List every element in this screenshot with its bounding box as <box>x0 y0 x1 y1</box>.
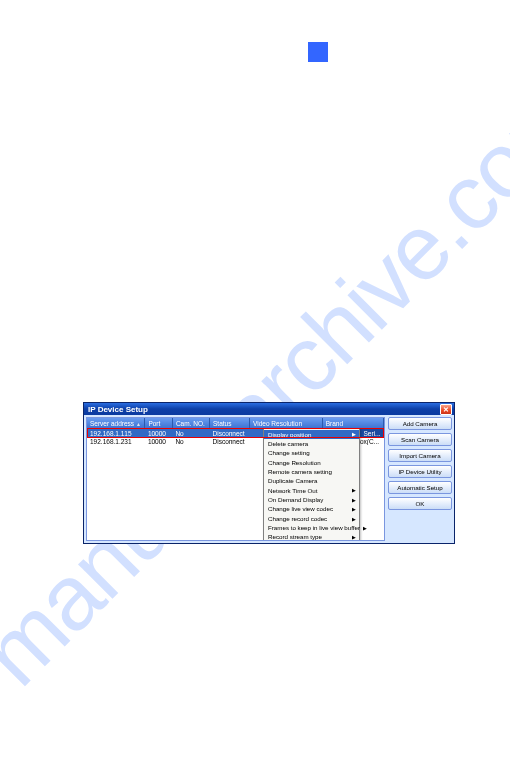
menu-item-delete-camera[interactable]: Delete camera <box>264 439 359 448</box>
menu-item-label: Change setting <box>268 449 356 457</box>
cell-status: Disconnect <box>210 429 250 437</box>
menu-item-label: Display position <box>268 431 349 439</box>
menu-item-change-record-codec[interactable]: Change record codec ▶ <box>264 514 359 523</box>
submenu-arrow-icon: ▶ <box>352 534 356 541</box>
menu-item-frames-buffer[interactable]: Frames to keep in live view buffer ▶ <box>264 524 359 533</box>
col-header-server[interactable]: Server address▲ <box>87 418 145 429</box>
menu-item-network-timeout[interactable]: Network Time Out ▶ <box>264 486 359 495</box>
menu-item-label: Delete camera <box>268 440 356 448</box>
titlebar[interactable]: IP Device Setup ✕ <box>84 403 454 415</box>
context-menu: Display position ▶ Delete camera Change … <box>263 428 360 541</box>
close-button[interactable]: ✕ <box>440 404 452 415</box>
cell-server: 192.168.1.115 <box>87 429 145 437</box>
menu-item-display-position[interactable]: Display position ▶ <box>264 430 359 439</box>
menu-item-label: Network Time Out <box>268 487 349 495</box>
menu-item-change-live-view-codec[interactable]: Change live view codec ▶ <box>264 505 359 514</box>
cell-port: 10000 <box>145 437 173 445</box>
col-header-status[interactable]: Status <box>210 418 250 429</box>
menu-item-label: Change live view codec <box>268 505 349 513</box>
watermark-text: manualsarchive.com <box>0 60 510 705</box>
sort-icon: ▲ <box>136 421 141 427</box>
submenu-arrow-icon: ▶ <box>352 497 356 504</box>
menu-item-label: On Demand Display <box>268 496 349 504</box>
menu-item-label: Frames to keep in live view buffer <box>268 524 360 532</box>
menu-item-change-setting[interactable]: Change setting <box>264 449 359 458</box>
window-body: Server address▲ Port Cam. NO. Status Vid… <box>84 415 454 543</box>
submenu-arrow-icon: ▶ <box>352 487 356 494</box>
button-column: Add Camera Scan Camera Import Camera IP … <box>385 417 452 541</box>
menu-item-label: Change record codec <box>268 515 349 523</box>
menu-item-label: Duplicate Camera <box>268 477 356 485</box>
cell-cam: No <box>172 429 209 437</box>
automatic-setup-button[interactable]: Automatic Setup <box>388 481 452 494</box>
menu-item-remote-camera-setting[interactable]: Remote camera setting <box>264 467 359 476</box>
col-header-port[interactable]: Port <box>145 418 173 429</box>
import-camera-button[interactable]: Import Camera <box>388 449 452 462</box>
menu-item-label: Record stream type <box>268 533 349 541</box>
menu-item-label: Change Resolution <box>268 459 356 467</box>
menu-item-change-resolution[interactable]: Change Resolution <box>264 458 359 467</box>
submenu-arrow-icon: ▶ <box>352 506 356 513</box>
add-camera-button[interactable]: Add Camera <box>388 417 452 430</box>
window-title: IP Device Setup <box>88 405 440 414</box>
menu-item-label: Remote camera setting <box>268 468 356 476</box>
blue-square-marker <box>308 42 328 62</box>
cell-server: 192.168.1.231 <box>87 437 145 445</box>
ok-button[interactable]: OK <box>388 497 452 510</box>
scan-camera-button[interactable]: Scan Camera <box>388 433 452 446</box>
submenu-arrow-icon: ▶ <box>352 431 356 438</box>
col-header-cam[interactable]: Cam. NO. <box>172 418 209 429</box>
menu-item-record-stream-type[interactable]: Record stream type ▶ <box>264 533 359 541</box>
ip-device-utility-button[interactable]: IP Device Utility <box>388 465 452 478</box>
menu-item-duplicate-camera[interactable]: Duplicate Camera <box>264 477 359 486</box>
cell-status: Disconnect <box>210 437 250 445</box>
close-icon: ✕ <box>443 406 449 413</box>
ip-device-setup-window: IP Device Setup ✕ Server address▲ Port C… <box>83 402 455 544</box>
device-table-area: Server address▲ Port Cam. NO. Status Vid… <box>86 417 385 541</box>
submenu-arrow-icon: ▶ <box>363 525 367 532</box>
submenu-arrow-icon: ▶ <box>352 516 356 523</box>
menu-item-on-demand-display[interactable]: On Demand Display ▶ <box>264 496 359 505</box>
cell-cam: No <box>172 437 209 445</box>
cell-port: 10000 <box>145 429 173 437</box>
